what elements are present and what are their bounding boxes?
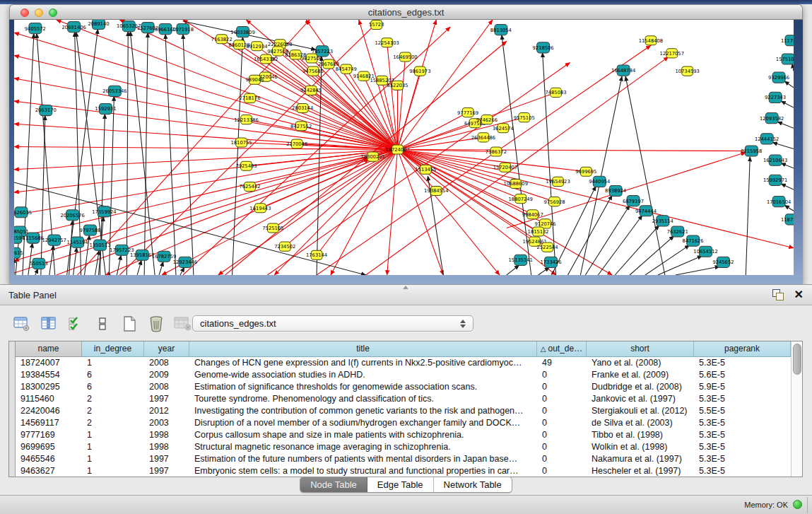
table-select-combobox[interactable]: citations_edges.txt [192, 315, 473, 332]
table-row[interactable]: 1872400712008Changes of HCN gene express… [16, 357, 791, 369]
graph-node[interactable]: 26364486 [471, 133, 495, 142]
tab-node-table[interactable]: Node Table [300, 477, 367, 492]
graph-node[interactable]: 1763144 [306, 250, 327, 259]
graph-node[interactable]: 1733426 [541, 257, 562, 267]
graph-node[interactable]: 1815132 [528, 227, 549, 236]
scrollbar-thumb[interactable] [793, 344, 801, 375]
graph-node[interactable]: 9218506 [533, 42, 554, 53]
delete-table-icon[interactable] [174, 315, 192, 333]
graph-node[interactable]: 9440954 [589, 176, 610, 187]
row-height-icon[interactable] [93, 315, 112, 333]
graph-node[interactable]: 16469500 [393, 52, 417, 62]
graph-node[interactable]: 905615 [14, 247, 23, 258]
graph-node[interactable]: 9575105 [514, 113, 535, 122]
table-row[interactable]: 946554611997Estimation of the future num… [16, 453, 791, 465]
graph-node[interactable]: 9797588 [79, 225, 100, 235]
graph-node[interactable]: 2718176 [239, 93, 260, 103]
table-row[interactable]: 969969511998Structural magnetic resonanc… [16, 441, 791, 453]
graph-node[interactable]: 11548408 [639, 36, 663, 45]
graph-node[interactable]: 12444152 [755, 134, 779, 144]
column-header-year[interactable]: year [144, 341, 189, 357]
graph-node[interactable]: 2170046 [286, 139, 307, 148]
graph-node[interactable]: 9777169 [457, 108, 478, 117]
graph-node[interactable]: 10688609 [504, 179, 528, 188]
graph-node[interactable]: 9699695 [575, 167, 596, 176]
network-window-titlebar[interactable]: citations_edges.txt [9, 4, 803, 20]
graph-node[interactable]: 2063170 [35, 105, 57, 116]
graph-node[interactable]: 17016504 [767, 197, 791, 207]
graph-node[interactable]: 9405572 [25, 23, 46, 34]
graph-node[interactable]: 1350513 [89, 240, 110, 250]
graph-node[interactable]: 15720407 [493, 163, 517, 172]
float-panel-icon[interactable] [772, 288, 784, 301]
table-row[interactable]: 1938455462009Genome-wide association stu… [16, 369, 791, 381]
delete-column-icon[interactable] [147, 315, 165, 333]
table-row[interactable]: 977716911998Corpus callosum shape and si… [16, 429, 791, 441]
graph-node[interactable]: 8454749 [336, 64, 357, 74]
select-columns-icon[interactable] [66, 315, 85, 333]
graph-node[interactable]: 8522035 [387, 81, 408, 90]
table-row[interactable]: 946362711997Embryonic stem cells: a mode… [16, 465, 791, 477]
table-row[interactable]: 1456911722003Disruption of a novel membe… [16, 417, 791, 429]
graph-node[interactable]: 7632621 [667, 226, 688, 237]
graph-node[interactable]: 19654923 [546, 177, 570, 186]
table-row[interactable]: 911546021997Tourette syndrome. Phenomeno… [16, 393, 791, 405]
column-header-in_degree[interactable]: in_degree [82, 341, 144, 357]
graph-node[interactable]: 989046 [246, 75, 264, 84]
graph-node[interactable]: 1592931 [95, 103, 116, 114]
graph-node[interactable]: 8471626 [683, 235, 704, 246]
graph-node[interactable]: 16648784 [611, 65, 635, 76]
column-header-short[interactable]: short [587, 341, 694, 357]
graph-node[interactable]: 1187535 [781, 214, 794, 225]
graph-node[interactable]: 55723 [369, 21, 384, 30]
table-row[interactable]: 2242004622012Investigating the contribut… [16, 405, 791, 417]
column-header-out_de[interactable]: △out_de… [537, 341, 587, 357]
splitter-handle[interactable] [403, 286, 408, 289]
table-row[interactable]: 1830029562008Estimation of significance … [16, 381, 791, 393]
create-column-icon[interactable] [120, 315, 139, 333]
graph-node[interactable]: 6879197 [623, 196, 644, 206]
graph-node[interactable]: 19384554 [424, 186, 448, 195]
graph-node[interactable]: 16543382 [254, 54, 278, 64]
graph-node[interactable]: 1071918 [172, 24, 194, 35]
graph-node[interactable]: 1619443 [249, 204, 271, 213]
tab-edge-table[interactable]: Edge Table [367, 477, 434, 492]
graph-node[interactable]: 9245652 [712, 257, 734, 267]
graph-node[interactable]: 15992971 [763, 175, 787, 185]
graph-node[interactable]: 12254103 [375, 38, 399, 47]
graph-node[interactable]: 26053346 [102, 86, 126, 96]
graph-node[interactable]: 1117504 [781, 35, 794, 46]
column-header-name[interactable]: name [16, 341, 82, 357]
graph-node[interactable]: 9474444 [635, 206, 657, 216]
graph-node[interactable]: 9227343 [765, 92, 786, 103]
graph-node[interactable]: 8938924 [605, 185, 626, 196]
graph-node[interactable]: 1145194 [67, 237, 88, 247]
graph-node[interactable]: 2626035 [14, 207, 32, 218]
graph-node[interactable]: 7485083 [545, 88, 566, 97]
graph-node[interactable]: 9329966 [768, 72, 789, 83]
graph-node[interactable]: 9756928 [543, 197, 565, 206]
graph-node[interactable]: 9861973 [409, 66, 430, 76]
graph-node[interactable]: 10734593 [675, 66, 699, 76]
graph-node[interactable]: 1810755 [230, 138, 252, 147]
column-header-pagerank[interactable]: pagerank [694, 341, 791, 357]
column-header-title[interactable]: title [189, 341, 537, 357]
graph-node[interactable]: 8813054 [490, 25, 512, 35]
graph-node[interactable]: 8215958 [741, 146, 762, 156]
table-vertical-scrollbar[interactable] [791, 341, 802, 477]
close-panel-icon[interactable]: ✕ [794, 288, 804, 301]
graph-node[interactable]: 7386372 [486, 147, 507, 156]
graph-node[interactable]: 12093582 [760, 113, 784, 124]
graph-node[interactable]: 9242845 [300, 86, 322, 95]
show-columns-icon[interactable] [40, 315, 58, 333]
graph-node[interactable]: 3624574 [493, 124, 514, 133]
graph-node[interactable]: 7925403 [235, 161, 257, 170]
graph-node[interactable]: 8912934 [246, 42, 267, 51]
graph-node[interactable]: 2089140 [88, 20, 109, 30]
graph-node[interactable]: 18807249 [509, 194, 533, 204]
graph-node[interactable]: 15751074 [776, 54, 794, 64]
tab-network-table[interactable]: Network Table [434, 477, 512, 492]
graph-node[interactable]: 12942757 [42, 235, 66, 245]
graph-node[interactable]: 10654112 [693, 246, 717, 257]
graph-node[interactable]: 12217057 [660, 49, 684, 58]
